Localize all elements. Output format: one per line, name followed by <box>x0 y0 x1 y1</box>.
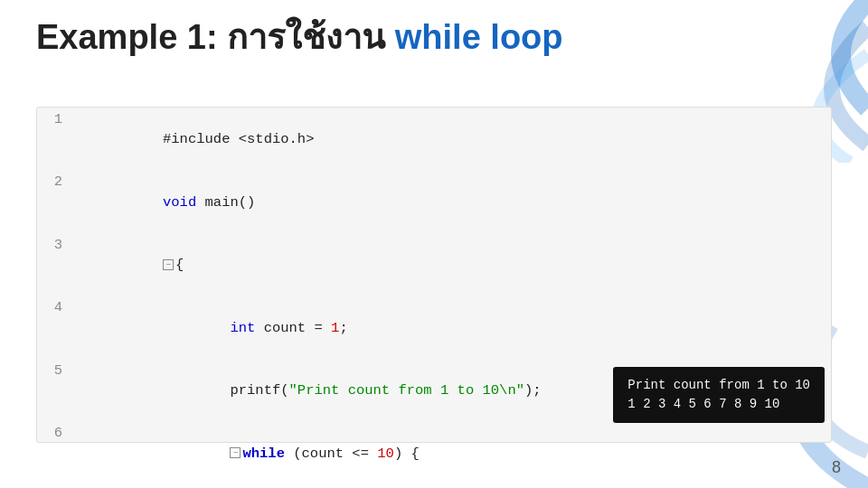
tooltip-line2: 1 2 3 4 5 6 7 8 9 10 <box>627 395 810 414</box>
line-number: 4 <box>37 296 71 358</box>
page-number: 8 <box>832 458 841 477</box>
output-tooltip: Print count from 1 to 10 1 2 3 4 5 6 7 8… <box>613 367 825 423</box>
line-number: 3 <box>37 233 71 296</box>
table-row: 1 #include <stdio.h> <box>37 108 831 170</box>
line-content: printf("%d ", count); <box>71 483 831 488</box>
slide-title: Example 1: การใช้งาน while loop <box>36 18 687 58</box>
line-number: 5 <box>37 359 71 421</box>
line-number: 7 <box>37 483 71 488</box>
line-number: 2 <box>37 170 71 232</box>
fold-icon: − <box>163 259 174 270</box>
line-content: #include <stdio.h> <box>71 108 831 170</box>
table-row: 6 −while (count <= 10) { <box>37 421 831 483</box>
table-row: 3 −{ <box>37 233 831 296</box>
line-number: 1 <box>37 108 71 170</box>
title-block: Example 1: การใช้งาน while loop <box>36 18 687 58</box>
table-row: 7 printf("%d ", count); <box>37 483 831 488</box>
line-content: −{ <box>71 233 831 296</box>
fold-icon: − <box>230 447 241 458</box>
line-content: int count = 1; <box>71 296 831 358</box>
table-row: 4 int count = 1; <box>37 296 831 358</box>
line-number: 6 <box>37 421 71 483</box>
table-row: 2 void main() <box>37 170 831 232</box>
line-content: −while (count <= 10) { <box>71 421 831 483</box>
code-table: 1 #include <stdio.h> 2 void main() 3 −{ <box>37 108 831 488</box>
line-content: void main() <box>71 170 831 232</box>
tooltip-line1: Print count from 1 to 10 <box>627 376 810 395</box>
